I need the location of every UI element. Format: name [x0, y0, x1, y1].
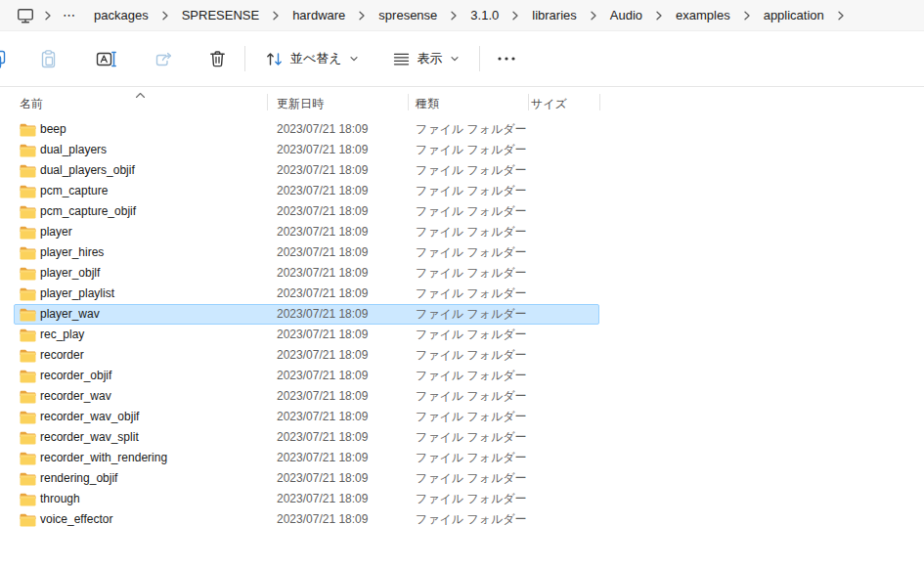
view-button[interactable]: 表示: [383, 43, 468, 75]
sort-label: 並べ替え: [290, 50, 342, 67]
item-type: ファイル フォルダー: [416, 160, 527, 181]
item-type: ファイル フォルダー: [416, 366, 527, 386]
chevron-right-icon: [450, 10, 458, 22]
modified-date: 2023/07/21 18:09: [277, 222, 368, 242]
item-type: ファイル フォルダー: [416, 448, 527, 468]
paste-icon: [38, 49, 59, 69]
table-row[interactable]: recorder_wav2023/07/21 18:09ファイル フォルダー: [0, 386, 924, 407]
paste-button[interactable]: [32, 43, 65, 75]
column-divider[interactable]: [408, 94, 409, 110]
chevron-right-icon: [358, 10, 366, 22]
breadcrumb: ⋯packagesSPRESENSEhardwarespresense3.1.0…: [0, 0, 924, 31]
breadcrumb-item-examples[interactable]: examples: [666, 4, 740, 26]
chevron-right-icon: [655, 10, 663, 22]
modified-date: 2023/07/21 18:09: [277, 468, 368, 489]
modified-date: 2023/07/21 18:09: [277, 201, 368, 222]
rename-icon: [96, 49, 118, 69]
delete-button[interactable]: [201, 43, 234, 75]
table-row[interactable]: dual_players_objif2023/07/21 18:09ファイル フ…: [0, 160, 924, 181]
modified-date: 2023/07/21 18:09: [277, 407, 368, 427]
folder-name: dual_players_objif: [40, 160, 135, 181]
column-header-modified[interactable]: 更新日時: [277, 96, 324, 112]
toolbar: 並べ替え 表示: [0, 31, 924, 87]
column-divider[interactable]: [528, 94, 529, 110]
column-header-type[interactable]: 種類: [416, 96, 439, 112]
table-row[interactable]: player2023/07/21 18:09ファイル フォルダー: [0, 222, 924, 242]
table-row[interactable]: pcm_capture2023/07/21 18:09ファイル フォルダー: [0, 181, 924, 201]
table-row[interactable]: voice_effector2023/07/21 18:09ファイル フォルダー: [0, 509, 924, 530]
breadcrumb-item-packages[interactable]: packages: [84, 4, 158, 26]
chevron-right-icon: [837, 10, 845, 22]
table-row[interactable]: player_wav2023/07/21 18:09ファイル フォルダー: [0, 304, 924, 325]
table-row[interactable]: recorder_wav_objif2023/07/21 18:09ファイル フ…: [0, 407, 924, 427]
toolbar-divider: [244, 46, 245, 71]
column-divider[interactable]: [599, 94, 600, 110]
breadcrumb-item-hardware[interactable]: hardware: [283, 4, 355, 26]
modified-date: 2023/07/21 18:09: [277, 263, 368, 284]
table-row[interactable]: player_hires2023/07/21 18:09ファイル フォルダー: [0, 242, 924, 263]
chevron-right-icon: [272, 10, 280, 22]
folder-name: player: [40, 222, 72, 242]
item-type: ファイル フォルダー: [416, 304, 527, 325]
breadcrumb-item-spresense[interactable]: spresense: [369, 4, 447, 26]
item-type: ファイル フォルダー: [416, 509, 527, 530]
folder-name: pcm_capture_objif: [40, 201, 136, 222]
share-icon: [154, 49, 174, 69]
table-row[interactable]: pcm_capture_objif2023/07/21 18:09ファイル フォ…: [0, 201, 924, 222]
folder-icon: [20, 164, 36, 178]
column-divider[interactable]: [267, 94, 268, 110]
column-header-size[interactable]: サイズ: [531, 96, 567, 112]
computer-icon[interactable]: [10, 7, 41, 24]
modified-date: 2023/07/21 18:09: [277, 284, 368, 304]
copy-icon[interactable]: [0, 47, 9, 70]
table-row[interactable]: player_objlf2023/07/21 18:09ファイル フォルダー: [0, 263, 924, 284]
folder-icon: [20, 287, 36, 301]
table-row[interactable]: recorder_with_rendering2023/07/21 18:09フ…: [0, 448, 924, 468]
table-row[interactable]: recorder2023/07/21 18:09ファイル フォルダー: [0, 345, 924, 366]
folder-icon: [20, 513, 36, 527]
folder-name: player_hires: [40, 242, 104, 263]
folder-icon: [20, 185, 36, 198]
folder-icon: [20, 493, 36, 506]
table-row[interactable]: rendering_objif2023/07/21 18:09ファイル フォルダ…: [0, 468, 924, 489]
folder-icon: [20, 349, 36, 363]
toolbar-divider: [479, 46, 480, 71]
modified-date: 2023/07/21 18:09: [277, 509, 368, 530]
breadcrumb-item-libraries[interactable]: libraries: [522, 4, 587, 26]
table-row[interactable]: dual_players2023/07/21 18:09ファイル フォルダー: [0, 140, 924, 160]
item-type: ファイル フォルダー: [416, 345, 527, 366]
more-options-button[interactable]: [491, 50, 522, 67]
folder-icon: [20, 390, 36, 404]
chevron-right-icon: [743, 10, 751, 22]
item-type: ファイル フォルダー: [416, 284, 527, 304]
table-row[interactable]: through2023/07/21 18:09ファイル フォルダー: [0, 489, 924, 509]
share-button[interactable]: [148, 43, 180, 75]
modified-date: 2023/07/21 18:09: [277, 325, 368, 345]
table-row[interactable]: player_playlist2023/07/21 18:09ファイル フォルダ…: [0, 284, 924, 304]
folder-name: pcm_capture: [40, 181, 108, 201]
folder-name: recorder_objif: [40, 366, 111, 386]
item-type: ファイル フォルダー: [416, 119, 527, 140]
sort-button[interactable]: 並べ替え: [256, 43, 368, 75]
folder-name: player_playlist: [40, 284, 114, 304]
folder-icon: [20, 205, 36, 219]
breadcrumb-item-spresense[interactable]: SPRESENSE: [172, 4, 269, 26]
folder-name: player_objlf: [40, 263, 100, 284]
rename-button[interactable]: [90, 43, 124, 75]
item-type: ファイル フォルダー: [416, 325, 527, 345]
table-row[interactable]: recorder_objif2023/07/21 18:09ファイル フォルダー: [0, 366, 924, 386]
table-row[interactable]: rec_play2023/07/21 18:09ファイル フォルダー: [0, 325, 924, 345]
breadcrumb-item-audio[interactable]: Audio: [600, 4, 652, 26]
column-header-name[interactable]: 名前: [20, 96, 43, 112]
breadcrumb-item-application[interactable]: application: [754, 4, 834, 26]
chevron-right-icon: [161, 10, 169, 22]
folder-name: player_wav: [40, 304, 100, 325]
breadcrumb-overflow[interactable]: ⋯: [55, 4, 84, 26]
table-row[interactable]: beep2023/07/21 18:09ファイル フォルダー: [0, 119, 924, 140]
modified-date: 2023/07/21 18:09: [277, 140, 368, 160]
breadcrumb-item-3-1-0[interactable]: 3.1.0: [461, 4, 508, 26]
table-row[interactable]: recorder_wav_split2023/07/21 18:09ファイル フ…: [0, 427, 924, 448]
modified-date: 2023/07/21 18:09: [277, 386, 368, 407]
delete-icon: [207, 49, 228, 69]
folder-icon: [20, 411, 36, 424]
